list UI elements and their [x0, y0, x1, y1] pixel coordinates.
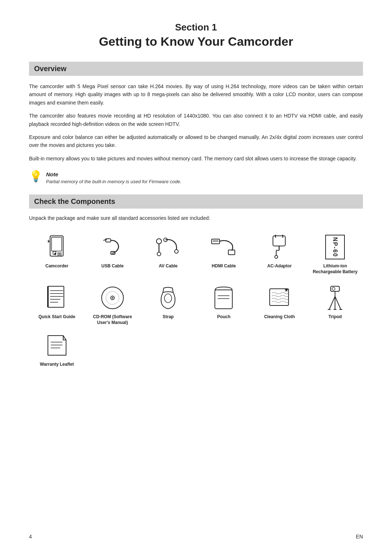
page-footer: 4 EN	[0, 534, 392, 539]
section-label: Section 1	[29, 22, 363, 33]
overview-para-1: The camcorder with 5 Mega Pixel sensor c…	[29, 82, 363, 107]
strap-label: Strap	[163, 314, 174, 320]
component-hdmi-cable: HDMI Cable	[196, 230, 252, 277]
svg-point-13	[156, 239, 162, 244]
av-cable-icon	[154, 233, 183, 260]
svg-rect-22	[273, 236, 285, 246]
svg-line-51	[335, 296, 341, 309]
usb-cable-label: USB Cable	[101, 263, 123, 269]
cd-rom-label: CD-ROM (Software User's Manual)	[87, 314, 138, 325]
quick-start-icon	[42, 284, 72, 311]
component-ac-adaptor: AC-Adaptor	[252, 230, 307, 277]
component-pouch: Pouch	[196, 280, 252, 328]
components-grid-row1: Camcorder USB Cable	[29, 230, 363, 277]
svg-line-49	[329, 296, 335, 309]
component-tripod: Tripod	[307, 280, 363, 328]
svg-rect-5	[54, 253, 56, 255]
components-heading-box: Check the Components	[29, 194, 363, 209]
components-grid-row2: Quick Start Guide CD-ROM (Software User'…	[29, 280, 363, 369]
overview-para-2: The camcorder also features movie record…	[29, 112, 363, 128]
component-usb-cable: USB Cable	[85, 230, 140, 277]
svg-point-40	[164, 294, 172, 303]
warranty-leaflet-icon	[42, 332, 72, 359]
usb-cable-icon	[98, 233, 127, 260]
svg-point-47	[332, 287, 335, 290]
component-battery: NP-60 Lithium-ion Rechargeable Battery	[307, 230, 363, 277]
svg-rect-9	[106, 239, 111, 242]
battery-icon: NP-60	[320, 233, 350, 260]
strap-icon	[154, 284, 183, 311]
note-title: Note	[46, 171, 181, 177]
svg-rect-1	[52, 237, 62, 251]
warranty-leaflet-label: Warranty Leaflet	[40, 362, 74, 368]
hdmi-cable-label: HDMI Cable	[212, 263, 236, 269]
component-cleaning-cloth: Cleaning Cloth	[252, 280, 307, 328]
svg-rect-41	[215, 290, 232, 309]
pouch-label: Pouch	[217, 314, 230, 320]
cleaning-cloth-icon	[265, 284, 294, 311]
battery-label: Lithium-ion Rechargeable Battery	[310, 263, 361, 275]
pouch-icon	[209, 284, 238, 311]
hdmi-cable-icon	[209, 233, 238, 260]
component-av-cable: AV Cable	[140, 230, 196, 277]
svg-rect-29	[48, 286, 64, 307]
locale: EN	[356, 534, 363, 539]
cd-rom-icon	[98, 284, 127, 311]
ac-adaptor-icon	[265, 233, 294, 260]
quick-start-label: Quick Start Guide	[38, 314, 75, 320]
page-header: Section 1 Getting to Know Your Camcorder	[29, 22, 363, 49]
page-number: 4	[29, 534, 32, 539]
svg-point-39	[112, 297, 113, 299]
component-quick-start: Quick Start Guide	[29, 280, 85, 328]
tripod-icon	[320, 284, 350, 311]
overview-para-3: Exposure and color balance can either be…	[29, 133, 363, 149]
note-text: Partial memory of the built-in memory is…	[46, 179, 181, 184]
component-cd-rom: CD-ROM (Software User's Manual)	[85, 280, 140, 328]
component-strap: Strap	[140, 280, 196, 328]
svg-rect-19	[228, 250, 235, 255]
section-title: Getting to Know Your Camcorder	[99, 34, 293, 48]
overview-heading: Overview	[34, 65, 358, 73]
camcorder-icon	[42, 233, 72, 260]
tripod-label: Tripod	[328, 314, 342, 320]
svg-point-17	[175, 250, 178, 253]
overview-heading-box: Overview	[29, 62, 363, 76]
note-lightbulb-icon: 💡	[29, 170, 42, 182]
camcorder-label: Camcorder	[45, 263, 68, 269]
note-content: Note Partial memory of the built-in memo…	[46, 171, 181, 184]
svg-point-28	[275, 255, 278, 258]
components-intro: Unpack the package and make sure all sta…	[29, 215, 363, 221]
components-heading: Check the Components	[34, 197, 358, 206]
cleaning-cloth-label: Cleaning Cloth	[264, 314, 295, 320]
component-camcorder: Camcorder	[29, 230, 85, 277]
battery-box: NP-60	[325, 235, 345, 259]
note-block: 💡 Note Partial memory of the built-in me…	[29, 171, 363, 184]
overview-para-4: Built-in memory allows you to take pictu…	[29, 155, 363, 163]
av-cable-label: AV Cable	[159, 263, 177, 269]
svg-point-15	[157, 252, 161, 256]
component-warranty-leaflet: Warranty Leaflet	[29, 328, 85, 370]
ac-adaptor-label: AC-Adaptor	[267, 263, 291, 269]
